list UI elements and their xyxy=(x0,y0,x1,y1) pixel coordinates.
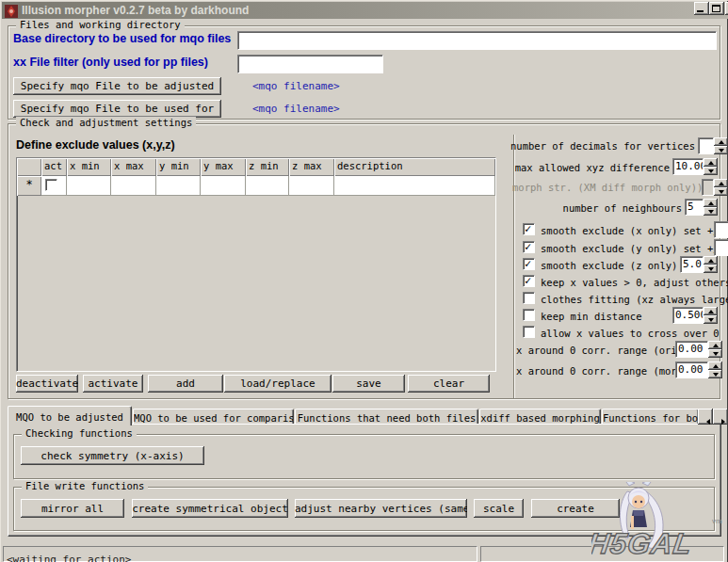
keep-min-distance-checkbox[interactable] xyxy=(523,309,535,321)
allow-x-cross-checkbox[interactable] xyxy=(523,326,535,338)
grid-row-selector[interactable]: * xyxy=(17,176,41,196)
spin-up-icon[interactable] xyxy=(714,179,728,187)
grid-col-ymax[interactable]: y max xyxy=(201,158,246,176)
save-button[interactable]: save xyxy=(332,375,405,393)
spin-down-icon[interactable] xyxy=(708,370,722,378)
max-xyz-difference-spinbox[interactable]: 10.00 xyxy=(672,158,718,175)
spin-down-icon[interactable] xyxy=(714,146,728,154)
create-symmetrical-object-button[interactable]: create symmetrical object xyxy=(132,499,288,518)
smooth-exclude-z-checkbox[interactable] xyxy=(523,258,535,270)
spin-up-icon[interactable] xyxy=(704,307,718,315)
grid-col-zmin[interactable]: z min xyxy=(246,158,289,176)
grid-new-row[interactable]: * xyxy=(17,176,495,196)
smooth-exclude-x-spinbox[interactable] xyxy=(714,221,728,238)
exclude-grid[interactable]: act x min x max y min y max z min z max … xyxy=(16,157,496,372)
spin-up-icon[interactable] xyxy=(708,361,722,370)
morph-strength-spinbox[interactable] xyxy=(702,179,728,196)
spin-down-icon[interactable] xyxy=(714,187,728,196)
spin-up-icon[interactable] xyxy=(714,137,728,146)
file-filter-input[interactable] xyxy=(237,55,383,73)
x-around0-morph-spinbox[interactable]: 0.00 xyxy=(675,361,722,378)
x-around0-morph-label: x around 0 corr. range (morph) xyxy=(516,365,695,377)
decimals-spinbox[interactable] xyxy=(698,137,728,154)
arrow-left-icon xyxy=(706,419,710,425)
spin-down-icon[interactable] xyxy=(704,265,718,273)
check-symmetry-button[interactable]: check symmetry (x-axis) xyxy=(21,446,204,465)
compare-filename-label: <mqo filename> xyxy=(252,103,340,115)
arrow-right-icon xyxy=(721,419,725,425)
app-window: Illusion morpher v0.2.7 beta by darkhoun… xyxy=(0,0,728,562)
grid-cell-zmax[interactable] xyxy=(289,176,334,196)
grid-col-ymin[interactable]: y min xyxy=(156,158,201,176)
decimals-label: number of decimals for vertices xyxy=(509,140,695,152)
create-button[interactable]: create xyxy=(531,499,620,518)
deactivate-button[interactable]: deactivate xyxy=(16,375,78,393)
keep-min-distance-spinbox[interactable]: 0.500 xyxy=(672,307,718,324)
smooth-exclude-x-checkbox[interactable] xyxy=(523,223,535,235)
grid-cell-ymin[interactable] xyxy=(156,176,201,196)
grid-cell-xmin[interactable] xyxy=(67,176,111,196)
grid-col-xmin[interactable]: x min xyxy=(67,158,111,176)
keep-x-values-checkbox[interactable] xyxy=(523,275,535,287)
keep-x-values-label: keep x values > 0, adjust others xyxy=(541,277,728,288)
grid-header-row: act x min x max y min y max z min z max … xyxy=(17,158,495,176)
spin-up-icon[interactable] xyxy=(704,158,718,167)
maximize-button[interactable] xyxy=(709,2,724,15)
base-directory-label: Base directory to be used for mqo files xyxy=(13,32,231,45)
maximize-icon xyxy=(712,5,720,12)
grid-cell-zmin[interactable] xyxy=(246,176,289,196)
activate-button[interactable]: activate xyxy=(83,375,143,393)
neighbours-spinbox[interactable]: 5 xyxy=(685,199,718,216)
mirror-all-button[interactable]: mirror all xyxy=(21,499,124,518)
load-replace-button[interactable]: load/replace xyxy=(224,375,332,393)
status-text: <waiting for action> xyxy=(7,554,131,562)
smooth-exclude-y-spinbox[interactable] xyxy=(714,239,728,256)
spin-down-icon[interactable] xyxy=(708,349,722,358)
grid-cell-act[interactable] xyxy=(41,176,67,196)
minimize-button[interactable] xyxy=(694,2,709,15)
clear-button[interactable]: clear xyxy=(408,375,490,393)
tab-scroll-right-button[interactable] xyxy=(713,409,728,425)
spin-up-icon[interactable] xyxy=(704,256,718,265)
titlebar[interactable]: Illusion morpher v0.2.7 beta by darkhoun… xyxy=(2,2,728,19)
exclude-values-heading: Define exclude values (x,y,z) xyxy=(16,138,175,152)
grid-col-description[interactable]: description xyxy=(334,158,495,176)
grid-act-checkbox[interactable] xyxy=(45,179,57,191)
smooth-exclude-y-label: smooth exclude (y only) set +/- xyxy=(541,243,725,254)
minimize-icon xyxy=(697,10,704,12)
allow-x-cross-label: allow x values to cross over 0 xyxy=(541,328,720,339)
base-directory-input[interactable] xyxy=(237,31,717,50)
add-button[interactable]: add xyxy=(148,375,223,393)
specify-adjust-file-button[interactable]: Specify mqo File to be adjusted xyxy=(13,77,221,95)
spin-down-icon[interactable] xyxy=(704,207,718,216)
app-icon xyxy=(5,4,18,17)
tab-mqo-to-be-adjusted[interactable]: MQO to be adjusted xyxy=(8,406,132,426)
smooth-exclude-z-label: smooth exclude (z only) s xyxy=(541,260,689,271)
max-xyz-difference-label: max allowed xyz difference xyxy=(509,162,670,173)
window-title: Illusion morpher v0.2.7 beta by darkhoun… xyxy=(22,4,249,17)
spin-down-icon[interactable] xyxy=(704,167,718,175)
x-around0-orig-spinbox[interactable]: 0.00 xyxy=(675,341,722,358)
grid-cell-ymax[interactable] xyxy=(201,176,246,196)
grid-cell-description[interactable] xyxy=(334,176,495,196)
grid-col-xmax[interactable]: x max xyxy=(111,158,156,176)
tab-scroll-left-button[interactable] xyxy=(698,409,713,425)
checking-functions-title: Checking functions xyxy=(22,427,137,439)
grid-col-act[interactable]: act xyxy=(41,158,67,176)
settings-group-title: Check and adjustment settings xyxy=(16,117,196,128)
grid-col-zmax[interactable]: z max xyxy=(289,158,334,176)
grid-cell-xmax[interactable] xyxy=(111,176,156,196)
keep-min-distance-label: keep min distance xyxy=(541,311,641,322)
spin-down-icon[interactable] xyxy=(704,315,718,324)
scale-button[interactable]: scale xyxy=(474,499,524,518)
clothes-fitting-checkbox[interactable] xyxy=(523,292,535,304)
spin-up-icon[interactable] xyxy=(704,199,718,207)
spin-up-icon[interactable] xyxy=(708,341,722,349)
adjust-nearby-vertices-button[interactable]: adjust nearby vertices (same xyxy=(295,499,467,518)
smooth-exclude-y-checkbox[interactable] xyxy=(523,241,535,253)
specify-compare-file-button[interactable]: Specify mqo File to be used for xyxy=(13,100,221,118)
clothes-fitting-label: clothes fitting (xz always larger) xyxy=(541,294,728,305)
files-group-title: Files and working directory xyxy=(16,19,185,30)
smooth-exclude-x-label: smooth exclude (x only) set +/- xyxy=(541,225,725,236)
smooth-exclude-z-spinbox[interactable]: 5.0 xyxy=(680,256,718,273)
